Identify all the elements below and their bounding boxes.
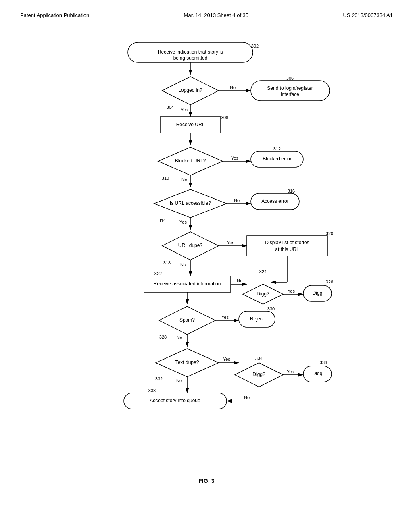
node-314-text: Is URL accessible?: [170, 200, 211, 206]
header-right: US 2013/0067334 A1: [343, 12, 393, 18]
label-318-yes: Yes: [227, 240, 234, 245]
label-328-yes: Yes: [221, 315, 229, 320]
node-338-num: 338: [148, 388, 156, 393]
node-336-num: 336: [320, 360, 327, 365]
node-328-num: 328: [159, 335, 167, 339]
label-314-yes: Yes: [179, 220, 187, 224]
node-310-num: 310: [162, 176, 169, 181]
node-302-text2: being submitted: [173, 55, 208, 61]
node-332-text: Text dupe?: [175, 360, 199, 365]
node-326-text: Digg: [313, 290, 323, 296]
node-320-text: Display list of stories: [265, 240, 309, 245]
node-312-text: Blocked error: [263, 156, 291, 162]
label-324-yes: Yes: [288, 289, 295, 293]
label-328-no: No: [177, 335, 182, 340]
node-304-text: Logged in?: [178, 87, 202, 93]
node-312-num: 312: [273, 146, 281, 151]
node-304-num: 304: [167, 105, 174, 110]
node-332-num: 332: [155, 376, 163, 381]
node-328-text: Spam?: [179, 317, 195, 323]
flowchart-svg: Receive indication that story is being s…: [65, 30, 348, 474]
node-316-text: Access error: [261, 198, 288, 204]
node-306-text: Send to login/register: [267, 85, 313, 91]
header-center: Mar. 14, 2013 Sheet 4 of 35: [184, 12, 248, 18]
label-314-no: No: [234, 198, 240, 203]
node-314-num: 314: [159, 218, 166, 223]
node-336-text: Digg: [313, 371, 323, 376]
node-306-text2: interface: [281, 91, 299, 97]
node-322-text: Receive associated information: [154, 281, 221, 287]
node-302-text: Receive indication that story is: [158, 49, 223, 55]
header-left: Patent Application Publication: [20, 12, 89, 18]
label-304-no: No: [230, 85, 236, 90]
node-320: [247, 236, 327, 256]
node-318-num: 318: [163, 260, 171, 265]
node-324-num: 324: [259, 269, 267, 274]
label-310-no: No: [181, 177, 187, 182]
label-334-yes: Yes: [287, 369, 294, 374]
node-334-num: 334: [255, 356, 263, 361]
label-334-no: No: [244, 395, 250, 400]
node-316-num: 316: [288, 189, 295, 193]
node-308-num: 308: [221, 115, 228, 120]
label-310-yes: Yes: [231, 156, 238, 160]
node-334-text: Digg?: [252, 372, 265, 377]
page-header: Patent Application Publication Mar. 14, …: [8, 8, 405, 22]
label-332-no: No: [176, 378, 182, 383]
node-306-num: 306: [286, 76, 294, 81]
label-318-no: No: [180, 262, 186, 267]
node-310-text: Blocked URL?: [175, 158, 206, 164]
node-324-text: Digg?: [257, 291, 269, 297]
label-322-no: No: [237, 278, 242, 283]
node-302-num: 302: [251, 44, 259, 48]
label-332-yes: Yes: [223, 357, 230, 362]
figure-caption: FIG. 3: [8, 478, 405, 484]
node-322-num: 322: [154, 271, 162, 276]
node-320-num: 320: [326, 231, 333, 236]
node-326-num: 326: [326, 279, 333, 284]
fig-title: FIG. 3: [199, 478, 215, 484]
diagram-container: Receive indication that story is being s…: [8, 30, 405, 474]
node-330-text: Reject: [250, 316, 264, 322]
page: Patent Application Publication Mar. 14, …: [0, 0, 413, 532]
node-308-text: Receive URL: [176, 122, 205, 127]
node-338-text: Accept story into queue: [150, 398, 200, 403]
node-330-num: 330: [267, 306, 275, 311]
label-304-yes: Yes: [181, 107, 188, 112]
node-318-text: URL dupe?: [178, 243, 203, 248]
node-320-text2: at this URL: [275, 247, 299, 252]
